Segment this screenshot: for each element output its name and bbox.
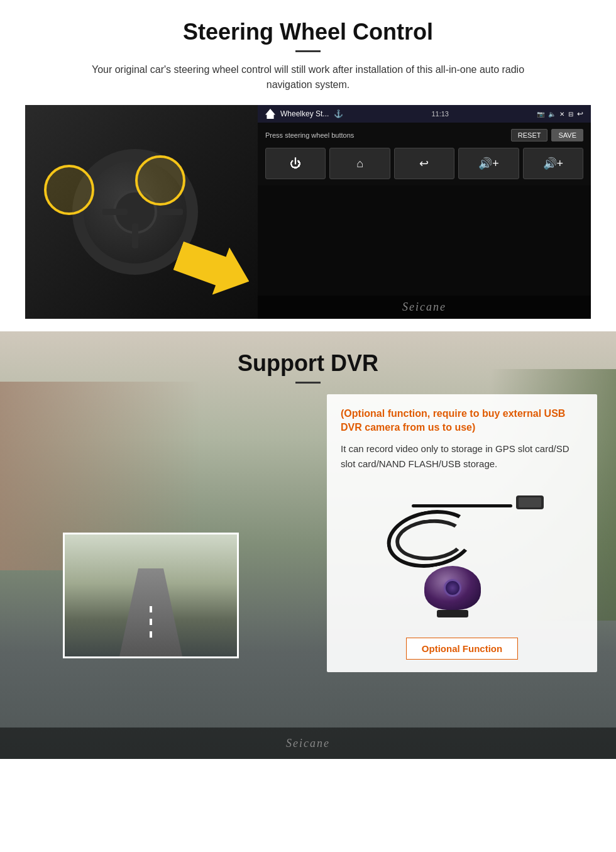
camera-dome [424,566,481,610]
wk-back-btn[interactable]: ↩ [394,148,454,179]
wk-home-btn[interactable]: ⌂ [329,148,390,179]
arrow-icon [170,232,258,305]
dvr-divider [295,382,321,384]
usb-connector [516,495,544,509]
time-display: 11:13 [431,110,449,118]
wk-vol-up2-btn[interactable]: 🔊+ [523,148,583,179]
seicane-watermark-1: Seicane [258,296,591,319]
swc-left-panel [25,105,258,319]
home-icon [265,109,275,119]
wheelkey-ui: Press steering wheel buttons RESET SAVE … [258,123,591,185]
swc-divider [295,50,321,52]
camera-dome-wrap [424,566,481,617]
highlight-circle-left [44,165,94,215]
wheelkey-header: Press steering wheel buttons RESET SAVE [265,129,583,141]
dvr-road-line [150,606,152,644]
camera-lens [444,579,461,597]
camera-body [380,492,544,617]
dvr-section: Support DVR (Optional function, require … [0,331,616,759]
swc-title: Steering Wheel Control [25,19,591,45]
camera-mount [437,610,468,617]
swc-description: Your original car's steering wheel contr… [88,62,528,92]
wk-vol-up-btn[interactable]: 🔊+ [458,148,519,179]
save-button[interactable]: SAVE [551,129,583,141]
android-empty-area [258,185,591,296]
android-ui-panel: Wheelkey St... ⚓ 11:13 📷 🔈 ✕ ⊟ ↩ Press s… [258,105,591,319]
android-status-bar: Wheelkey St... ⚓ 11:13 📷 🔈 ✕ ⊟ ↩ [258,105,591,123]
wk-power-btn[interactable]: ⏻ [265,148,326,179]
app-name-label: Wheelkey St... [280,109,329,118]
arrow-container [176,243,251,294]
sw-spoke-right [158,209,183,215]
cable-horizontal [412,504,512,507]
steering-wheel-section: Steering Wheel Control Your original car… [0,0,616,331]
swc-image-container: Wheelkey St... ⚓ 11:13 📷 🔈 ✕ ⊟ ↩ Press s… [25,105,591,319]
dvr-info-card: (Optional function, require to buy exter… [327,394,597,672]
header-buttons: RESET SAVE [511,129,583,141]
reset-button[interactable]: RESET [511,129,548,141]
dvr-description: It can record video only to storage in G… [341,441,583,472]
usb-icon: ⚓ [334,109,343,118]
sw-spoke-left [102,209,128,215]
optional-function-container: Optional Function [341,638,583,660]
dvr-preview-screen [63,533,239,658]
close-icon: ✕ [559,111,564,118]
header-text: Press steering wheel buttons [265,131,354,139]
dvr-title: Support DVR [0,350,616,377]
dvr-title-area: Support DVR [0,331,616,384]
cast-icon: ⊟ [568,111,573,118]
wheelkey-button-grid: ⏻ ⌂ ↩ 🔊+ 🔊+ [265,148,583,179]
android-bar-right: 📷 🔈 ✕ ⊟ ↩ [537,109,583,118]
seicane-watermark-2: Seicane [286,737,330,750]
sw-spoke-bottom [132,223,138,248]
usb-connector-inner [519,497,541,507]
camera-icon: 📷 [537,111,544,118]
dvr-camera-illustration [341,479,583,630]
highlight-circle-right [135,155,185,206]
android-bar-left: Wheelkey St... ⚓ [265,109,343,119]
optional-function-badge: Optional Function [406,638,518,660]
dvr-optional-note: (Optional function, require to buy exter… [341,407,583,435]
android-time: 11:13 [431,110,449,118]
dvr-seicane-bar: Seicane [0,728,616,759]
back-icon: ↩ [577,109,583,118]
volume-icon: 🔈 [548,111,556,118]
